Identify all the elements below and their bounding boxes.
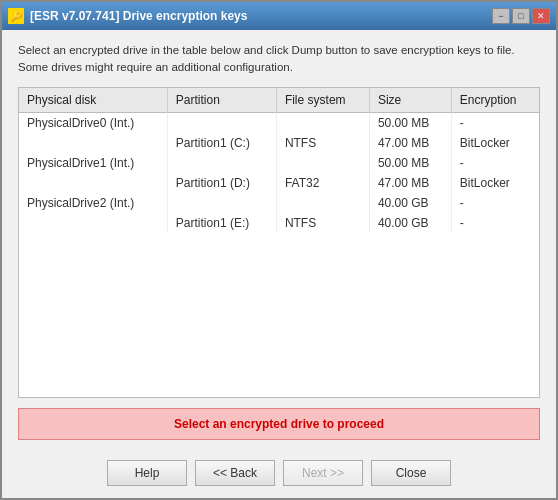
cell-3-1: Partition1 (D:) — [167, 173, 276, 193]
cell-1-3: 47.00 MB — [369, 133, 451, 153]
table-row[interactable]: PhysicalDrive1 (Int.)50.00 MB- — [19, 153, 539, 173]
table-row[interactable]: PhysicalDrive0 (Int.)50.00 MB- — [19, 112, 539, 133]
table-row[interactable]: Partition1 (D:)FAT3247.00 MBBitLocker — [19, 173, 539, 193]
cell-4-2 — [276, 193, 369, 213]
cell-0-3: 50.00 MB — [369, 112, 451, 133]
cell-0-4: - — [451, 112, 539, 133]
description-text: Select an encrypted drive in the table b… — [18, 42, 540, 77]
cell-5-3: 40.00 GB — [369, 213, 451, 233]
next-button[interactable]: Next >> — [283, 460, 363, 486]
cell-0-1 — [167, 112, 276, 133]
cell-5-1: Partition1 (E:) — [167, 213, 276, 233]
window-title: [ESR v7.07.741] Drive encryption keys — [30, 9, 247, 23]
table-row[interactable]: Partition1 (C:)NTFS47.00 MBBitLocker — [19, 133, 539, 153]
table-header-row: Physical disk Partition File system Size… — [19, 88, 539, 113]
cell-2-3: 50.00 MB — [369, 153, 451, 173]
status-bar: Select an encrypted drive to proceed — [18, 408, 540, 440]
cell-5-2: NTFS — [276, 213, 369, 233]
footer-buttons: Help << Back Next >> Close — [2, 452, 556, 498]
cell-2-4: - — [451, 153, 539, 173]
cell-4-3: 40.00 GB — [369, 193, 451, 213]
cell-2-1 — [167, 153, 276, 173]
drive-table-wrapper: Physical disk Partition File system Size… — [18, 87, 540, 399]
cell-3-0 — [19, 173, 167, 193]
cell-1-1: Partition1 (C:) — [167, 133, 276, 153]
main-window: 🔑 [ESR v7.07.741] Drive encryption keys … — [0, 0, 558, 500]
col-size: Size — [369, 88, 451, 113]
table-row[interactable]: PhysicalDrive2 (Int.)40.00 GB- — [19, 193, 539, 213]
drive-table: Physical disk Partition File system Size… — [19, 88, 539, 233]
cell-2-2 — [276, 153, 369, 173]
minimize-button[interactable]: − — [492, 8, 510, 24]
close-button[interactable]: Close — [371, 460, 451, 486]
cell-0-0: PhysicalDrive0 (Int.) — [19, 112, 167, 133]
cell-5-0 — [19, 213, 167, 233]
back-button[interactable]: << Back — [195, 460, 275, 486]
cell-5-4: - — [451, 213, 539, 233]
cell-3-2: FAT32 — [276, 173, 369, 193]
status-message: Select an encrypted drive to proceed — [174, 417, 384, 431]
title-bar-left: 🔑 [ESR v7.07.741] Drive encryption keys — [8, 8, 247, 24]
content-area: Select an encrypted drive in the table b… — [2, 30, 556, 452]
col-encryption: Encryption — [451, 88, 539, 113]
col-physical-disk: Physical disk — [19, 88, 167, 113]
table-row[interactable]: Partition1 (E:)NTFS40.00 GB- — [19, 213, 539, 233]
title-bar: 🔑 [ESR v7.07.741] Drive encryption keys … — [2, 2, 556, 30]
cell-0-2 — [276, 112, 369, 133]
col-partition: Partition — [167, 88, 276, 113]
cell-1-0 — [19, 133, 167, 153]
cell-4-1 — [167, 193, 276, 213]
window-icon: 🔑 — [8, 8, 24, 24]
cell-2-0: PhysicalDrive1 (Int.) — [19, 153, 167, 173]
cell-4-0: PhysicalDrive2 (Int.) — [19, 193, 167, 213]
maximize-button[interactable]: □ — [512, 8, 530, 24]
cell-3-4: BitLocker — [451, 173, 539, 193]
close-title-button[interactable]: ✕ — [532, 8, 550, 24]
cell-1-4: BitLocker — [451, 133, 539, 153]
help-button[interactable]: Help — [107, 460, 187, 486]
cell-3-3: 47.00 MB — [369, 173, 451, 193]
title-buttons: − □ ✕ — [492, 8, 550, 24]
cell-4-4: - — [451, 193, 539, 213]
col-filesystem: File system — [276, 88, 369, 113]
cell-1-2: NTFS — [276, 133, 369, 153]
